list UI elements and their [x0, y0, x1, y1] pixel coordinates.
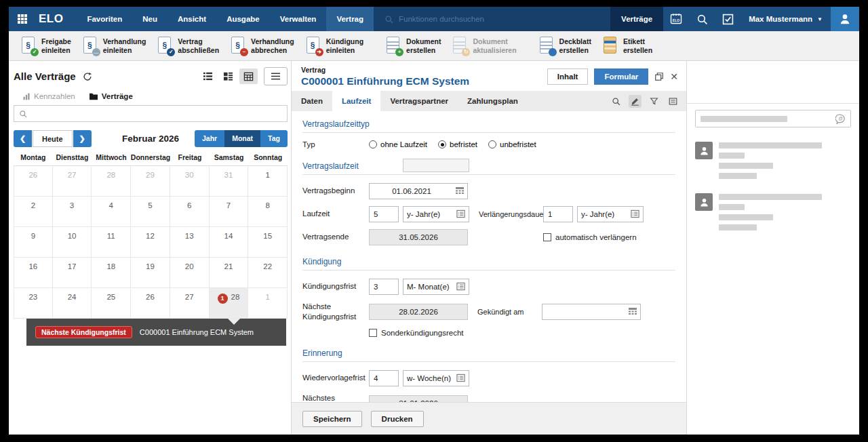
menu-verwalten[interactable]: Verwalten — [270, 7, 327, 31]
drucken-button[interactable]: Drucken — [371, 411, 424, 427]
tasks-icon[interactable] — [715, 7, 741, 31]
calendar-day[interactable]: 20 — [170, 258, 210, 288]
calendar-day[interactable]: 25 — [92, 288, 131, 319]
list-view-icon[interactable] — [199, 68, 217, 84]
laufzeit-unit-select[interactable]: y- Jahr(e) — [403, 206, 469, 222]
form-view-icon[interactable] — [667, 95, 679, 108]
contracts-search-input[interactable] — [31, 110, 282, 118]
radio-ohne-laufzeit[interactable]: ohne Laufzeit — [369, 140, 427, 148]
calendar-day[interactable]: 17 — [53, 258, 92, 288]
gekuendigt-am-input[interactable] — [542, 304, 640, 319]
ribbon-kuendigung-einleiten[interactable]: §➔ Kündigungeinleiten — [300, 33, 370, 60]
vertragsbeginn-input[interactable] — [370, 184, 467, 199]
calendar-day[interactable]: 18 — [92, 258, 131, 288]
split-view-icon[interactable] — [219, 68, 237, 84]
view-jahr[interactable]: Jahr — [195, 130, 224, 147]
calendar-day[interactable]: 13 — [170, 227, 210, 258]
laufzeit-input[interactable] — [370, 207, 398, 222]
calendar-day[interactable]: 15 — [248, 227, 288, 258]
calendar-day[interactable]: 27 — [53, 166, 92, 197]
date-picker-icon[interactable] — [455, 186, 465, 196]
formular-button[interactable]: Formular — [594, 68, 648, 85]
edit-pen-icon[interactable] — [629, 95, 642, 108]
ribbon-dokument-erstellen[interactable]: + Dokumenterstellen — [380, 33, 447, 60]
calendar-day[interactable]: 1 — [248, 166, 288, 197]
verlaengerungsdauer-input[interactable] — [544, 207, 572, 222]
kuendigungsfrist-unit-select[interactable]: M- Monat(e) — [403, 279, 469, 295]
calendar-day[interactable]: 30 — [170, 166, 210, 197]
profile-icon[interactable] — [831, 7, 859, 31]
calendar-day[interactable]: 3 — [53, 197, 92, 227]
kuendigungsfrist-input[interactable] — [370, 279, 398, 294]
inhalt-button[interactable]: Inhalt — [547, 68, 589, 85]
refresh-icon[interactable] — [83, 72, 92, 81]
mention-bubble-icon[interactable]: @ — [835, 114, 846, 124]
ribbon-etikett-erstellen[interactable]: Etiketterstellen — [597, 33, 658, 60]
contracts-search-box[interactable] — [14, 105, 288, 122]
ribbon-deckblatt-erstellen[interactable]: Deckblatterstellen — [534, 33, 597, 60]
auto-verlaengern-checkbox[interactable]: automatisch verlängern — [543, 233, 637, 241]
tab-kennzahlen[interactable]: Kennzahlen — [22, 92, 75, 100]
view-monat[interactable]: Monat — [224, 130, 260, 147]
calendar-day[interactable]: 7 — [210, 197, 249, 227]
calendar-day[interactable]: 12 — [131, 227, 170, 258]
function-search[interactable]: Funktionen durchsuchen — [374, 7, 610, 31]
view-tag[interactable]: Tag — [260, 130, 288, 147]
tab-laufzeit[interactable]: Laufzeit — [332, 91, 380, 111]
calendar-event-bar[interactable]: Nächste Kündigungsfrist C000001 Einführu… — [26, 319, 286, 346]
verlaengerungsdauer-unit-select[interactable]: y- Jahr(e) — [577, 206, 644, 222]
calendar-today-button[interactable]: Heute — [33, 130, 73, 147]
calendar-day[interactable]: 26 — [14, 166, 53, 197]
calendar-day[interactable]: 29 — [131, 166, 170, 197]
wiedervorlagefrist-unit-select[interactable]: w- Woche(n) — [403, 370, 469, 386]
calendar-day[interactable]: 11 — [92, 227, 131, 258]
calendar-day[interactable]: 6 — [170, 197, 210, 227]
calendar-day[interactable]: 5 — [131, 197, 170, 227]
calendar-next-button[interactable]: ❯ — [73, 130, 92, 147]
radio-unbefristet[interactable]: unbefristet — [488, 140, 536, 148]
workspace-tab-vertraege[interactable]: Verträge — [610, 7, 663, 31]
calendar-day[interactable]: 10 — [53, 227, 92, 258]
tab-daten[interactable]: Daten — [292, 91, 332, 111]
radio-befristet[interactable]: befristet — [438, 140, 477, 148]
menu-favoriten[interactable]: Favoriten — [77, 7, 132, 31]
calendar-day[interactable]: 28 — [92, 166, 131, 197]
date-picker-icon[interactable] — [628, 307, 637, 317]
calendar-day[interactable]: 16 — [14, 258, 53, 288]
feed-comment-input[interactable]: @ — [695, 110, 851, 127]
calendar-day[interactable]: 14 — [210, 227, 249, 258]
calendar-day[interactable]: 23 — [14, 288, 53, 319]
calendar-day[interactable]: 31 — [210, 166, 249, 197]
calendar-day-with-event[interactable]: 1 28 — [210, 288, 249, 319]
calendar-day[interactable]: 26 — [131, 288, 170, 319]
menu-vertrag[interactable]: Vertrag — [326, 7, 374, 31]
filter-icon[interactable] — [648, 95, 660, 108]
ribbon-verhandlung-einleiten[interactable]: §… Verhandlungeinleiten — [77, 33, 153, 60]
calendar-day[interactable]: 2 — [14, 197, 53, 227]
user-menu[interactable]: Max Mustermann ▼ — [741, 7, 831, 31]
tab-vertragspartner[interactable]: Vertragspartner — [380, 91, 458, 111]
calendar-prev-button[interactable]: ❮ — [14, 130, 32, 147]
calendar-view-icon[interactable] — [239, 68, 258, 84]
elo-app-icon[interactable]: ELO — [663, 7, 689, 31]
sonderkuendigungsrecht-checkbox[interactable]: Sonderkündigungsrecht — [369, 329, 463, 337]
form-search-icon[interactable] — [610, 95, 623, 108]
ribbon-freigabe-einleiten[interactable]: §✓ Freigabeeinleiten — [16, 33, 77, 60]
menu-neu[interactable]: Neu — [132, 7, 167, 31]
calendar-day[interactable]: 21 — [210, 258, 249, 288]
calendar-day[interactable]: 4 — [92, 197, 131, 227]
calendar-day[interactable]: 19 — [131, 258, 170, 288]
tab-zahlungsplan[interactable]: Zahlungsplan — [458, 91, 528, 111]
calendar-day[interactable]: 1 — [248, 288, 288, 319]
close-icon[interactable]: ✕ — [670, 72, 678, 81]
wiedervorlagefrist-input[interactable] — [370, 371, 398, 386]
calendar-day[interactable]: 8 — [248, 197, 288, 227]
calendar-day[interactable]: 9 — [14, 227, 53, 258]
ribbon-verhandlung-abbrechen[interactable]: §− Verhandlungabbrechen — [225, 33, 300, 60]
tab-vertraege[interactable]: Verträge — [89, 92, 133, 100]
panel-menu-button[interactable] — [264, 67, 288, 85]
ribbon-vertrag-abschliessen[interactable]: §✓ Vertragabschließen — [152, 33, 225, 60]
calendar-day[interactable]: 22 — [248, 258, 288, 288]
menu-ausgabe[interactable]: Ausgabe — [216, 7, 270, 31]
global-search-icon[interactable] — [689, 7, 715, 31]
